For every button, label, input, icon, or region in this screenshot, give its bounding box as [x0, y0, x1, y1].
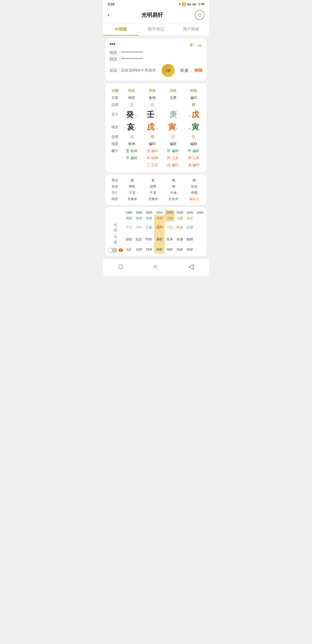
- luck-card: 星运 病 哀 绝 绝 自坐 帝旺 冠带 绝 长生 空亡 子丑 子丑 午未 申西 …: [105, 175, 207, 205]
- canggan-row3: 丁 正官 戊 偏印 戊 偏印: [108, 162, 204, 169]
- tianxing-row: 天星 伤官 食神 元男 偏印: [108, 94, 204, 101]
- dayun-year-row: 1983 1990 2000 2010 2020 2030 2040 2050: [107, 210, 205, 215]
- settings-icon: ⬡: [198, 13, 201, 17]
- zizuo-row: 自坐 帝旺 冠带 绝 长生: [108, 183, 204, 190]
- dixing-row: 地星 食神 偏印 偏财 偏财: [108, 140, 204, 147]
- kongwang-row: 空亡 子丑 子丑 午未 申西: [108, 190, 204, 196]
- canggan-row1: 藏干 壬 食神 戊 偏印 甲 偏财 甲 偏财: [108, 147, 204, 154]
- nav-back[interactable]: ◁: [188, 263, 193, 270]
- toggle[interactable]: [108, 248, 118, 253]
- user-name: ***: [110, 42, 115, 48]
- eye-icon[interactable]: 👁: [189, 42, 194, 49]
- luck-table: 星运 病 哀 绝 绝 自坐 帝旺 冠带 绝 长生 空亡 子丑 子丑 午未 申西 …: [108, 177, 204, 202]
- bazi-card: 日期 年柱 月柱 日柱 时柱 天星 伤官 食神 元男 偏印 忌用 忌 忌 用 天…: [105, 83, 207, 172]
- status-bar: 3:55 ✦ 📶 5G 4G 🔋80: [103, 0, 209, 7]
- col-header-riqi: 日期: [108, 87, 121, 94]
- dizhi-row: 地支 亥↑ 戌→ 寅↑ ←寅: [108, 121, 204, 133]
- x-badge: ×: [119, 249, 123, 252]
- jiyong-row1: 忌用 忌 忌 用: [108, 101, 204, 108]
- dayun-yongyong-row: 用用 用用 用用 用用 忌用 忌用 忌忌: [107, 215, 205, 221]
- toggle-knob: [108, 248, 112, 252]
- col-header-shi: 时柱: [183, 87, 204, 94]
- yinli-row: 阴历：***************: [110, 57, 143, 62]
- settings-button[interactable]: ⬡: [195, 10, 204, 20]
- qiyun-text: 起运：出生后6年8个月30天: [110, 68, 156, 73]
- status-icons: ✦ 📶 5G 4G 🔋80: [178, 2, 204, 6]
- col-header-ri: 日柱: [163, 87, 183, 94]
- bazi-header-row: 日期 年柱 月柱 日柱 时柱: [108, 87, 204, 94]
- bottom-nav: □ ○ ◁: [103, 259, 209, 276]
- yangli-row: 阳历：***************: [110, 50, 143, 55]
- bazi-table: 日期 年柱 月柱 日柱 时柱 天星 伤官 食神 元男 偏印 忌用 忌 忌 用 天…: [108, 87, 204, 169]
- jiyong-row2: 忌用 忌 用 忌 忌: [108, 133, 204, 140]
- tab-users[interactable]: 用户列表: [174, 23, 209, 36]
- back-button[interactable]: ‹: [108, 11, 109, 18]
- nav-square[interactable]: □: [119, 263, 123, 270]
- xingyun-row: 星运 病 哀 绝 绝: [108, 177, 204, 183]
- header: ‹ 光明易轩 ⬡: [103, 7, 209, 23]
- status-time: 3:55: [108, 2, 115, 6]
- tab-notes[interactable]: 随手笔记: [138, 23, 174, 36]
- canggan-row2: 甲 偏财 辛 劫财 丙 七杀 丙 七杀: [108, 154, 204, 162]
- col-header-yue: 月柱: [142, 87, 162, 94]
- page-title: 光明易轩: [109, 11, 195, 19]
- toggle-wrap: ×: [108, 248, 123, 253]
- tab-ai[interactable]: AI细盘: [103, 23, 138, 36]
- dayun-ganzhi-row: 大运 辛西 庚申 己未 戊午 丁巳 丙辰 乙卯: [107, 221, 205, 233]
- wangshuai-value: 身弱: [194, 68, 202, 73]
- vip-badge: VIP: [162, 64, 175, 77]
- user-info-card: *** 👁 ✏ 阳历：*************** 阴历：**********…: [105, 38, 207, 81]
- tab-bar: AI细盘 随手笔记 用户列表: [103, 23, 209, 36]
- dayun-table: 1983 1990 2000 2010 2020 2030 2040 2050 …: [107, 210, 205, 254]
- dayun-card: 1983 1990 2000 2010 2020 2030 2040 2050 …: [105, 207, 207, 256]
- nayin-row: 纳音 大海水 大海水 松柏木 城头土: [108, 196, 204, 202]
- wangshuai: 旺衰： 身弱: [180, 68, 202, 73]
- dayun-age-row: × 8岁 18岁 28岁 38岁 48岁 58岁 68岁: [107, 246, 205, 254]
- tiangan-row: 天干 癸→ 壬→ 庚 ←戊: [108, 108, 204, 121]
- dayun-xiaoyun-label-row: 小运 劫劫 比比 印印 枭官 官杀 杀枭 财财: [107, 233, 205, 245]
- edit-icon[interactable]: ✏: [198, 42, 202, 49]
- col-header-nian: 年柱: [121, 87, 142, 94]
- nav-circle[interactable]: ○: [154, 263, 158, 270]
